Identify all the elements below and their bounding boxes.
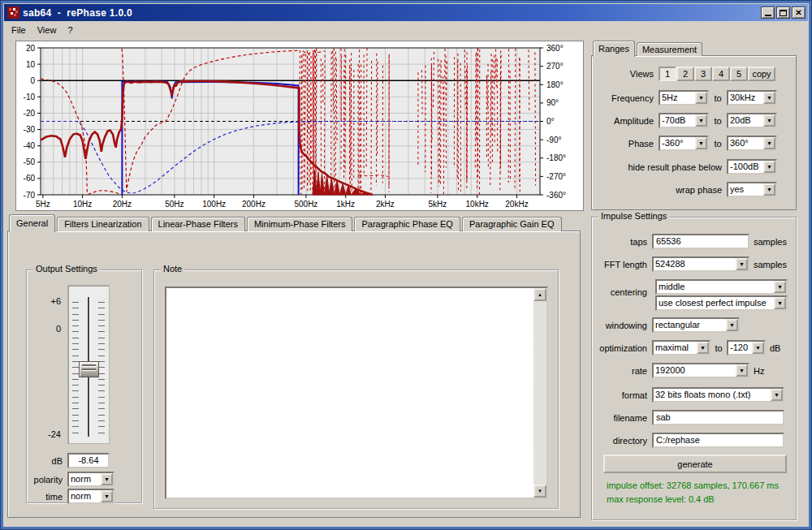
note-scrollbar[interactable]: ▲ ▼ [533, 288, 546, 498]
taps-label: taps [595, 237, 652, 247]
chevron-down-icon[interactable]: ▼ [695, 137, 707, 149]
app-icon [7, 6, 19, 19]
view-button-4[interactable]: 4 [712, 67, 730, 81]
amplitude-to-combo[interactable]: 20dB▼ [727, 113, 777, 128]
tab-ranges[interactable]: Ranges [593, 41, 635, 57]
menu-file[interactable]: File [6, 24, 32, 37]
frequency-label: Frequency [597, 93, 659, 103]
gain-slider[interactable] [67, 285, 110, 444]
gain-slider-handle[interactable] [79, 361, 99, 377]
rate-combo[interactable]: 192000▼ [652, 363, 749, 378]
chevron-down-icon[interactable]: ▼ [101, 473, 113, 485]
windowing-label: windowing [595, 321, 652, 330]
chevron-down-icon[interactable]: ▼ [752, 342, 764, 354]
close-button[interactable]: ✕ [792, 6, 806, 19]
centering-combo-1[interactable]: middle▼ [655, 279, 788, 295]
svg-text:0°: 0° [546, 117, 555, 126]
chevron-down-icon[interactable]: ▼ [736, 258, 748, 270]
view-button-1[interactable]: 1 [659, 67, 676, 81]
view-button-2[interactable]: 2 [676, 67, 694, 81]
frequency-from-combo[interactable]: 5Hz▼ [659, 90, 709, 106]
tab-paragraphic-phase-eq[interactable]: Paragraphic Phase EQ [354, 217, 460, 231]
rate-unit: Hz [749, 366, 764, 376]
svg-text:360°: 360° [546, 44, 564, 53]
svg-text:270°: 270° [546, 62, 564, 71]
menu-help[interactable]: ? [62, 24, 78, 37]
svg-text:10kHz: 10kHz [466, 200, 489, 209]
svg-text:200Hz: 200Hz [242, 200, 266, 209]
tab-general[interactable]: General [9, 214, 55, 232]
tab-minimum-phase-filters[interactable]: Minimum-Phase Filters [247, 217, 352, 231]
taps-field[interactable]: 65536 [652, 234, 749, 249]
svg-text:-20: -20 [24, 109, 36, 118]
note-textarea[interactable] [166, 288, 533, 498]
phase-from-combo[interactable]: -360°▼ [659, 136, 709, 151]
fft-length-label: FFT length [595, 260, 652, 269]
chevron-down-icon[interactable]: ▼ [695, 114, 707, 127]
tab-linear-phase-filters[interactable]: Linear-Phase Filters [151, 217, 245, 231]
centering-combo-2[interactable]: use closest perfect impulse▼ [655, 295, 788, 311]
svg-text:20: 20 [26, 44, 36, 53]
chevron-down-icon[interactable]: ▼ [763, 114, 775, 127]
window-title: sab64 - rePhase 1.0.0 [23, 7, 132, 19]
svg-text:5Hz: 5Hz [36, 200, 50, 209]
filename-field[interactable]: sab [652, 410, 784, 425]
chevron-down-icon[interactable]: ▼ [736, 364, 748, 377]
scroll-up-icon[interactable]: ▲ [533, 288, 546, 301]
scroll-down-icon[interactable]: ▼ [533, 485, 546, 498]
optimization-combo[interactable]: maximal▼ [652, 340, 710, 355]
chevron-down-icon[interactable]: ▼ [763, 92, 775, 104]
chevron-down-icon[interactable]: ▼ [726, 319, 738, 331]
svg-text:-360°: -360° [546, 191, 566, 200]
db-label: dB [33, 456, 67, 466]
view-copy-button[interactable]: copy [748, 67, 775, 81]
menu-view[interactable]: View [32, 24, 63, 37]
tab-measurement[interactable]: Measurement [637, 42, 702, 56]
chevron-down-icon[interactable]: ▼ [771, 389, 783, 401]
format-combo[interactable]: 32 bits floats mono (.txt)▼ [652, 387, 784, 403]
view-button-5[interactable]: 5 [730, 67, 748, 81]
amplitude-from-combo[interactable]: -70dB▼ [659, 113, 709, 128]
slider-label-bottom: -24 [30, 429, 61, 439]
chevron-down-icon[interactable]: ▼ [695, 92, 707, 104]
polarity-combo[interactable]: norm ▼ [67, 472, 114, 487]
minimize-button[interactable] [761, 6, 775, 19]
chevron-down-icon[interactable]: ▼ [763, 183, 775, 196]
generate-button[interactable]: generate [603, 455, 787, 473]
svg-text:5kHz: 5kHz [429, 200, 447, 209]
note-groupbox: Note ▲ ▼ [153, 269, 559, 509]
centering-label: centering [595, 287, 652, 297]
chevron-down-icon[interactable]: ▼ [774, 297, 786, 309]
fft-length-combo[interactable]: 524288▼ [652, 256, 749, 272]
chevron-down-icon[interactable]: ▼ [763, 161, 775, 173]
menubar: File View ? [6, 23, 79, 37]
tab-paragraphic-gain-eq[interactable]: Paragraphic Gain EQ [462, 217, 562, 231]
output-settings-groupbox: Output Settings +6 0 -24 dB -8.64 polari… [26, 269, 142, 503]
phase-to-combo[interactable]: 360°▼ [727, 136, 777, 151]
windowing-combo[interactable]: rectangular▼ [652, 317, 740, 333]
titlebar[interactable]: sab64 - rePhase 1.0.0 ✕ [4, 4, 808, 21]
directory-field[interactable]: C:/rephase [652, 433, 784, 448]
svg-text:-50: -50 [24, 157, 36, 166]
maximize-button[interactable] [776, 6, 790, 19]
slider-label-top: +6 [30, 296, 61, 306]
wrap-phase-combo[interactable]: yes▼ [727, 182, 777, 197]
svg-text:0: 0 [30, 76, 35, 85]
time-combo[interactable]: norm ▼ [67, 489, 114, 504]
wrap-phase-label: wrap phase [597, 185, 727, 195]
tab-filters-linearization[interactable]: Filters Linearization [57, 217, 149, 231]
chevron-down-icon[interactable]: ▼ [697, 342, 709, 354]
impulse-settings-title: Impulse Settings [598, 211, 669, 221]
frequency-to-combo[interactable]: 30kHz▼ [727, 90, 777, 106]
hide-result-phase-combo[interactable]: -100dB▼ [727, 159, 777, 175]
view-button-3[interactable]: 3 [694, 67, 712, 81]
main-tabstrip: General Filters Linearization Linear-Pha… [9, 213, 564, 231]
optimization-to-combo[interactable]: -120▼ [727, 340, 766, 355]
db-field[interactable]: -8.64 [67, 453, 110, 468]
minimize-icon [765, 15, 771, 16]
directory-label: directory [595, 436, 652, 446]
chevron-down-icon[interactable]: ▼ [774, 281, 786, 293]
chevron-down-icon[interactable]: ▼ [101, 490, 113, 502]
chevron-down-icon[interactable]: ▼ [763, 137, 775, 149]
amplitude-label: Amplitude [597, 116, 659, 126]
